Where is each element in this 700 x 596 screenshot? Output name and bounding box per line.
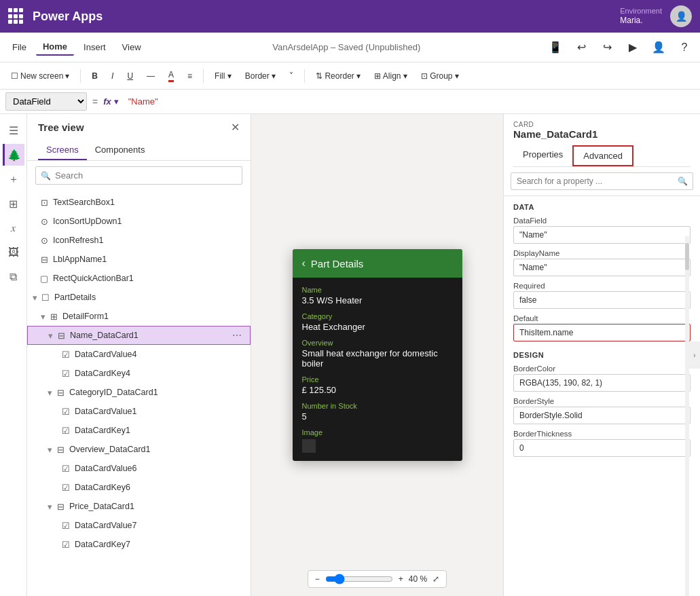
app-title: Power Apps — [33, 10, 620, 24]
field-group-required: Required — [504, 279, 700, 312]
more-options-icon[interactable]: ⋯ — [229, 330, 244, 341]
fit-screen-icon[interactable]: ⤢ — [432, 574, 439, 584]
required-input[interactable] — [513, 291, 690, 309]
formula-input[interactable] — [124, 94, 695, 109]
data-icon[interactable]: ⊞ — [3, 193, 24, 215]
formula-field-selector[interactable]: DataField — [5, 92, 87, 111]
bordercolor-input[interactable] — [513, 374, 690, 392]
group-button[interactable]: ⊡ Group ▾ — [416, 69, 464, 83]
tab-advanced[interactable]: Advanced — [572, 145, 633, 166]
tab-components[interactable]: Components — [87, 141, 153, 160]
card-type-label: CARD — [513, 121, 690, 128]
bold-button[interactable]: B — [86, 69, 103, 83]
tree-item-categoryid-datacard[interactable]: ▾ ⊟ CategoryID_DataCard1 — [27, 383, 251, 402]
tree-item-datacardkey4[interactable]: ☑ DataCardKey4 — [27, 364, 251, 383]
tree-item-partdetails[interactable]: ▾ ☐ PartDetails — [27, 288, 251, 307]
bordercolor-label: BorderColor — [513, 365, 690, 373]
tree-item-datacardvalue7[interactable]: ☑ DataCardValue7 — [27, 516, 251, 535]
main-area: ☰ 🌲 ＋ ⊞ 𝑥 🖼 ⧉ Tree view ✕ Screens Compon… — [0, 114, 700, 596]
phone-icon[interactable]: 📱 — [545, 37, 566, 58]
media-icon[interactable]: 🖼 — [3, 242, 24, 263]
tree-item-iconsortupdown[interactable]: ⊙ IconSortUpDown1 — [27, 212, 251, 231]
waffle-icon[interactable] — [8, 8, 24, 24]
component-icon[interactable]: ⧉ — [3, 266, 24, 288]
tree-icon[interactable]: 🌲 — [3, 144, 24, 166]
equals-sign: = — [92, 96, 98, 107]
redo-icon[interactable]: ↪ — [597, 37, 617, 58]
strikethrough-button[interactable]: — — [141, 69, 160, 83]
chevron-down-icon: ▾ — [45, 445, 54, 455]
new-screen-button[interactable]: ☐ New screen ▾ — [5, 69, 75, 83]
menu-view[interactable]: View — [115, 39, 148, 55]
displayname-input[interactable] — [513, 259, 690, 276]
reorder-button[interactable]: ⇅ Reorder ▾ — [310, 69, 366, 83]
align-button[interactable]: ≡ — [182, 69, 198, 83]
tree-item-datacardvalue1[interactable]: ☑ DataCardValue1 — [27, 402, 251, 421]
datafield-input[interactable] — [513, 226, 690, 244]
tree-item-name-datacard[interactable]: ▾ ⊟ Name_DataCard1 ⋯ — [27, 326, 251, 345]
tree-search-input[interactable] — [35, 166, 242, 185]
underline-button[interactable]: U — [122, 69, 139, 83]
tree-item-datacardvalue4[interactable]: ☑ DataCardValue4 — [27, 345, 251, 364]
menu-insert[interactable]: Insert — [77, 39, 113, 55]
undo-icon[interactable]: ↩ — [571, 37, 591, 58]
border-button[interactable]: Border ▾ — [240, 69, 281, 83]
italic-button[interactable]: I — [106, 69, 119, 83]
field-group-default: Default — [504, 312, 700, 344]
scrollbar-thumb[interactable] — [685, 243, 689, 270]
device-header: ‹ Part Details — [293, 249, 462, 278]
menu-home[interactable]: Home — [36, 39, 74, 56]
tree-item-datacardkey7[interactable]: ☑ DataCardKey7 — [27, 535, 251, 554]
field-label-image: Image — [302, 428, 453, 436]
tree-item-rectquickactionbar[interactable]: ▢ RectQuickActionBar1 — [27, 269, 251, 288]
chevron-down-icon: ▾ — [30, 293, 39, 303]
fx-button[interactable]: fx ▾ — [103, 96, 119, 107]
tree-item-datacardkey6[interactable]: ☑ DataCardKey6 — [27, 478, 251, 497]
zoom-slider[interactable] — [325, 574, 393, 584]
share-icon[interactable]: 👤 — [648, 37, 669, 58]
play-icon[interactable]: ▶ — [623, 37, 643, 58]
tree-item-iconrefresh[interactable]: ⊙ IconRefresh1 — [27, 231, 251, 250]
required-label: Required — [513, 282, 690, 290]
variable-icon[interactable]: 𝑥 — [3, 217, 24, 239]
add-icon[interactable]: ＋ — [3, 168, 24, 190]
chevron-down-icon: ▾ — [45, 331, 55, 341]
font-color-button[interactable]: A — [163, 67, 179, 85]
zoom-out-button[interactable]: − — [315, 574, 320, 584]
zoom-in-button[interactable]: + — [399, 574, 403, 584]
property-search-input[interactable] — [511, 172, 693, 190]
card-icon: ⊟ — [55, 331, 67, 341]
device-body: Name 3.5 W/S Heater Category Heat Exchan… — [293, 278, 462, 461]
menu-file[interactable]: File — [5, 39, 33, 55]
input-icon: ☑ — [60, 483, 72, 493]
panel-expand-button[interactable]: › — [689, 341, 700, 369]
tree-item-price-datacard[interactable]: ▾ ⊟ Price_DataCard1 — [27, 497, 251, 516]
borderthickness-input[interactable] — [513, 439, 690, 457]
field-value-stock: 5 — [302, 411, 453, 422]
input-icon: ☑ — [60, 426, 72, 436]
search-icon: 🔍 — [678, 176, 688, 186]
tree-item-datacardvalue6[interactable]: ☑ DataCardValue6 — [27, 459, 251, 478]
default-input[interactable] — [513, 324, 690, 341]
right-panel: CARD Name_DataCard1 Properties Advanced … — [503, 114, 700, 596]
tab-screens[interactable]: Screens — [38, 141, 87, 160]
tree-item-textsearchbox[interactable]: ⊡ TextSearchBox1 — [27, 193, 251, 212]
tree-item-lblappname[interactable]: ⊟ LblAppName1 — [27, 250, 251, 269]
fill-button[interactable]: Fill ▾ — [209, 69, 237, 83]
tree-item-detailform[interactable]: ▾ ⊞ DetailForm1 — [27, 307, 251, 326]
borderstyle-input[interactable] — [513, 407, 690, 424]
card-icon: ⊟ — [54, 388, 67, 398]
tree-item-overview-datacard[interactable]: ▾ ⊟ Overview_DataCard1 — [27, 440, 251, 459]
hamburger-icon[interactable]: ☰ — [3, 119, 24, 141]
tree-item-datacardkey1[interactable]: ☑ DataCardKey1 — [27, 421, 251, 440]
tab-properties[interactable]: Properties — [513, 145, 572, 166]
more-button[interactable]: ˅ — [284, 69, 299, 83]
align-objects-button[interactable]: ⊞ Align ▾ — [369, 69, 413, 83]
tree-header: Tree view ✕ — [27, 114, 251, 141]
close-icon[interactable]: ✕ — [231, 121, 240, 134]
chevron-down-icon: ▾ — [45, 502, 54, 512]
user-avatar[interactable]: 👤 — [670, 5, 692, 27]
scrollbar-track — [685, 236, 689, 596]
menu-bar: File Home Insert View VanArsdelApp – Sav… — [0, 33, 700, 62]
help-icon[interactable]: ? — [674, 37, 695, 58]
